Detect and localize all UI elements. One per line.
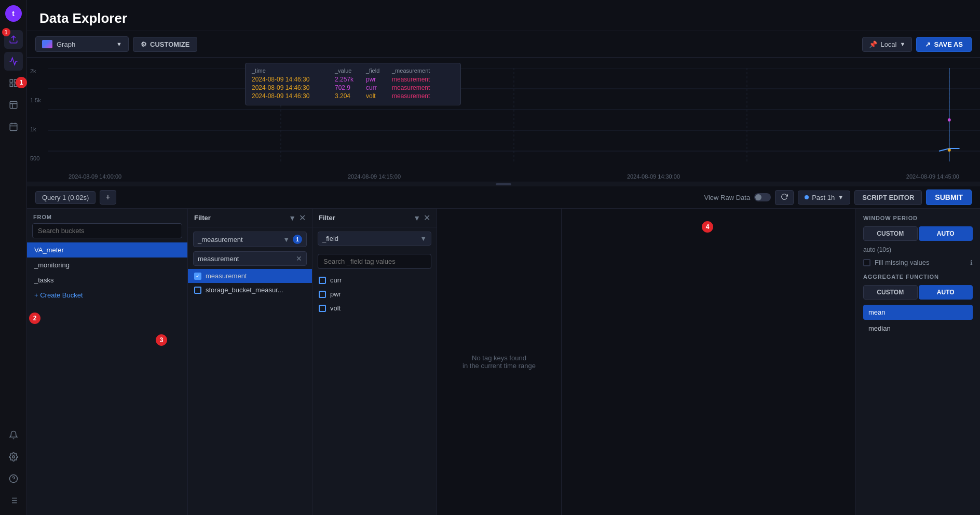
sidebar-item-upload[interactable] — [4, 30, 23, 49]
sidebar-item-data-explorer[interactable] — [4, 52, 23, 71]
search-buckets-input[interactable] — [32, 223, 182, 238]
fill-missing-row: Fill missing values ℹ — [863, 259, 973, 266]
filter2-tag-selector[interactable]: _field ▼ — [318, 232, 431, 246]
filter2-dropdown-button[interactable]: ▼ — [413, 214, 420, 222]
filter2-item-curr[interactable]: curr — [312, 273, 437, 287]
app-logo[interactable]: t — [5, 5, 22, 22]
filter1-close-button[interactable]: ✕ — [299, 213, 306, 223]
agg-item-mean[interactable]: mean — [863, 305, 973, 320]
time-range-button[interactable]: Past 1h ▼ — [798, 191, 850, 205]
filter1-active-tag-name: measurement — [198, 255, 292, 263]
filter2-item-name-curr: curr — [330, 276, 342, 284]
submit-button[interactable]: SUBMIT — [926, 189, 972, 205]
sidebar-item-help[interactable] — [4, 469, 23, 488]
save-as-button[interactable]: ↗ SAVE AS — [916, 37, 972, 52]
aggregate-function-title: AGGREGATE FUNCTION — [863, 274, 973, 280]
y-label-1k: 1k — [30, 126, 41, 132]
bucket-item-create[interactable]: + Create Bucket — [27, 288, 187, 303]
sidebar-item-more[interactable] — [4, 491, 23, 510]
x-axis: 2024-08-09 14:00:00 2024-08-09 14:15:00 … — [48, 171, 980, 180]
no-tag-keys-panel: No tag keys found in the current time ra… — [437, 209, 562, 515]
sidebar-item-settings[interactable] — [4, 448, 23, 466]
y-label-500: 500 — [30, 155, 41, 161]
add-query-button[interactable]: + — [100, 190, 116, 205]
sidebar-item-tasks[interactable] — [4, 117, 23, 136]
filter1-dropdown-button[interactable]: ▼ — [289, 214, 296, 222]
window-period-auto-value: auto (10s) — [863, 246, 973, 253]
filter1-active-tag-remove[interactable]: ✕ — [296, 254, 302, 263]
pin-icon: 📌 — [869, 40, 877, 48]
right-panel: WINDOW PERIOD CUSTOM AUTO auto (10s) Fil… — [855, 209, 980, 515]
aggregate-custom-button[interactable]: CUSTOM — [863, 285, 918, 300]
y-label-2k: 2k — [30, 68, 41, 74]
sidebar-item-alerts[interactable] — [4, 426, 23, 444]
from-panel: FROM VA_meter _monitoring _tasks + Creat… — [27, 209, 188, 515]
chevron-down-icon: ▼ — [116, 41, 122, 47]
filter2-panel: Filter ▼ ✕ _field ▼ curr pwr — [312, 209, 437, 515]
info-icon[interactable]: ℹ — [970, 259, 973, 266]
bucket-item-monitoring[interactable]: _monitoring — [27, 258, 187, 273]
from-panel-header: FROM — [27, 209, 187, 223]
filter2-tag-name: _field — [322, 235, 417, 242]
filter2-item-volt[interactable]: volt — [312, 301, 437, 315]
tooltip-row-2: 2024-08-09 14:46:30 702.9 curr measureme… — [252, 84, 454, 91]
view-raw-toggle[interactable] — [754, 193, 771, 201]
chevron-down-icon-local: ▼ — [900, 41, 905, 47]
svg-rect-3 — [10, 84, 12, 87]
aggregate-function-btn-group: CUSTOM AUTO — [863, 285, 973, 300]
tooltip-col-value: _value — [335, 67, 366, 74]
query-tab-1[interactable]: Query 1 (0.02s) — [35, 191, 96, 204]
page-title: Data Explorer — [39, 10, 968, 26]
tooltip-val-1: 2.257k — [335, 76, 366, 83]
agg-item-median[interactable]: median — [863, 321, 973, 336]
filter2-label: Filter — [319, 214, 410, 222]
graph-type-button[interactable]: Graph ▼ — [35, 36, 129, 52]
tooltip-col-time: _time — [252, 67, 335, 74]
x-label-0: 2024-08-09 14:00:00 — [69, 173, 121, 180]
svg-point-31 — [948, 118, 951, 121]
query-builder-spacer — [562, 209, 855, 515]
fill-missing-label: Fill missing values — [875, 259, 966, 266]
filter2-tag-arrow-icon: ▼ — [420, 235, 427, 242]
window-period-auto-button[interactable]: AUTO — [919, 226, 973, 241]
search-field-input[interactable] — [318, 254, 431, 269]
filter1-tag-selector[interactable]: _measurement ▼ 1 — [193, 232, 307, 247]
svg-rect-2 — [14, 79, 17, 82]
bucket-item-va-meter[interactable]: VA_meter — [27, 242, 187, 258]
bucket-list: VA_meter _monitoring _tasks + Create Buc… — [27, 242, 187, 515]
chart-container: _time _value _field _measurement 2024-08… — [27, 58, 980, 182]
filter1-label: Filter — [194, 214, 285, 222]
refresh-button[interactable] — [775, 190, 794, 205]
bucket-item-tasks[interactable]: _tasks — [27, 273, 187, 288]
sidebar-item-boards[interactable] — [4, 74, 23, 92]
fill-missing-checkbox[interactable] — [863, 259, 870, 266]
chevron-down-icon-time: ▼ — [838, 194, 843, 200]
script-editor-button[interactable]: SCRIPT EDITOR — [854, 190, 922, 205]
chart-tooltip: _time _value _field _measurement 2024-08… — [245, 63, 461, 105]
tooltip-field-1: pwr — [366, 76, 392, 83]
graph-icon — [42, 40, 52, 48]
window-period-title: WINDOW PERIOD — [863, 215, 973, 221]
aggregate-auto-button[interactable]: AUTO — [919, 285, 973, 300]
filter1-item-storage[interactable]: storage_bucket_measur... — [188, 283, 312, 297]
view-raw-label: View Raw Data — [704, 194, 751, 201]
local-button[interactable]: 📌 Local ▼ — [862, 37, 912, 52]
icon-rail: t — [0, 0, 27, 515]
filter2-item-pwr[interactable]: pwr — [312, 287, 437, 301]
customize-label: CUSTOMIZE — [150, 40, 189, 48]
customize-button[interactable]: ⚙ CUSTOMIZE — [133, 37, 197, 52]
filter1-active-tag: measurement ✕ — [193, 251, 307, 266]
tooltip-meas-2: measurement — [392, 84, 454, 91]
filter2-close-button[interactable]: ✕ — [424, 213, 430, 223]
filter1-item-measurement[interactable]: measurement — [188, 269, 312, 283]
sidebar-item-dashboards[interactable] — [4, 96, 23, 114]
tooltip-time-2: 2024-08-09 14:46:30 — [252, 84, 335, 91]
page-header: Data Explorer — [27, 0, 980, 31]
filter1-checkbox-list: measurement storage_bucket_measur... — [188, 269, 312, 515]
svg-point-32 — [948, 148, 951, 152]
tooltip-meas-1: measurement — [392, 76, 454, 83]
time-dot-icon — [805, 195, 809, 199]
window-period-custom-button[interactable]: CUSTOM — [863, 226, 918, 241]
resize-handle[interactable] — [27, 182, 980, 186]
tooltip-val-3: 3.204 — [335, 92, 366, 100]
